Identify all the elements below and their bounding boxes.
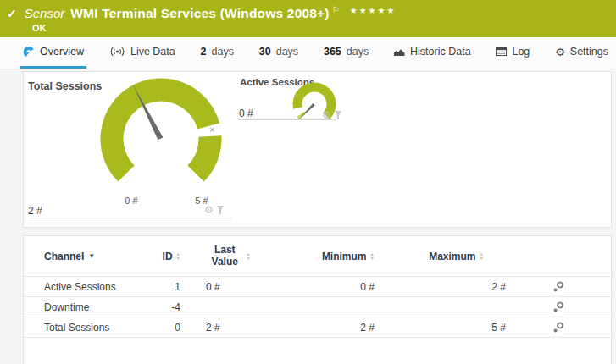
divider [28,218,231,218]
sort-icon: ▲▼ [480,252,484,260]
sort-caret-down-icon: ▼ [88,252,95,260]
channel-name[interactable]: Active Sessions [44,281,133,293]
channel-settings-icon[interactable] [552,301,564,313]
gauge-pin-marker-icon: ✕ [209,126,215,134]
column-header-id[interactable]: ID ▲▼ [133,251,180,262]
divider [240,119,336,120]
tab-historic-data-label: Historic Data [410,46,471,58]
flag-icon[interactable]: ⚐ [332,5,340,14]
channel-maximum: 5 # [375,322,506,334]
tab-log[interactable]: Log [493,37,532,69]
channel-name[interactable]: Total Sessions [44,322,133,334]
channel-minimum: 0 # [253,281,375,293]
channel-settings-icon[interactable] [552,322,564,334]
sort-icon: ▲▼ [246,252,250,260]
column-header-minimum[interactable]: Minimum ▲▼ [253,251,375,262]
table-row[interactable]: Downtime -4 [24,297,611,317]
channel-maximum: 2 # [375,281,506,293]
active-sessions-value: 0 # [239,108,253,119]
column-header-last-value[interactable]: Last Value ▲▼ [180,245,253,268]
sensor-header-bar: ✓ Sensor WMI Terminal Services (Windows … [0,0,616,37]
status-ok-check-icon: ✓ [7,7,17,20]
broadcast-icon [109,47,125,57]
tab-bar: Overview Live Data 2 days 30 days 365 da… [0,37,616,69]
channel-last-value: 0 # [180,281,253,293]
total-gauge-min-label: 0 # [119,196,144,206]
total-sessions-gauge [93,71,229,207]
table-row[interactable]: Active Sessions 1 0 # 0 # 2 # [24,277,611,297]
tab-historic-data[interactable]: Historic Data [391,37,474,69]
column-header-maximum[interactable]: Maximum ▲▼ [375,251,506,262]
tab-30-days-label: days [276,46,298,58]
channels-table-panel: Channel ▼ ID ▲▼ Last Value ▲▼ Minimum ▲▼ [23,235,612,364]
table-row[interactable]: Total Sessions 0 2 # 2 # 5 # [24,317,611,338]
gear-icon: ⚙ [555,47,565,58]
table-header-row: Channel ▼ ID ▲▼ Last Value ▲▼ Minimum ▲▼ [24,236,611,277]
tab-overview[interactable]: Overview [20,37,86,69]
tab-live-data[interactable]: Live Data [107,37,178,69]
sensor-title: WMI Terminal Services (Windows 2008+) [70,6,329,21]
sensor-kind-label: Sensor [25,6,65,20]
tab-365-days-number: 365 [324,46,341,58]
channel-gear-icon[interactable]: ⚙ [204,205,214,215]
tab-settings-label: Settings [570,46,608,58]
total-sessions-value: 2 # [28,205,42,217]
channel-id: 0 [133,322,180,334]
tab-2-days-number: 2 [201,46,207,58]
gauge-icon [23,46,35,58]
pin-icon[interactable] [335,111,341,120]
tab-30-days[interactable]: 30 days [257,37,301,69]
sensor-status-badge: OK [32,23,47,33]
tab-live-data-label: Live Data [130,46,175,58]
tab-365-days[interactable]: 365 days [321,37,371,69]
channel-settings-icon[interactable] [552,281,564,293]
channel-name[interactable]: Downtime [44,301,133,313]
channel-minimum: 2 # [253,322,375,334]
tab-2-days[interactable]: 2 days [198,37,236,69]
channel-id: 1 [133,281,180,293]
gauges-panel: Total Sessions ✕ 0 # 5 # 2 # ⚙ Active Se… [23,71,612,228]
tab-log-label: Log [512,46,530,58]
priority-stars[interactable]: ★★★★★ [350,6,397,15]
channel-last-value: 2 # [180,322,253,334]
pin-icon[interactable] [217,206,224,215]
column-header-channel[interactable]: Channel ▼ [44,251,133,262]
tab-settings[interactable]: ⚙ Settings [552,37,611,69]
total-sessions-gauge-title: Total Sessions [28,80,102,92]
tab-365-days-label: days [347,46,369,58]
tab-overview-label: Overview [40,46,84,58]
tab-2-days-label: days [212,46,234,58]
overview-content: Total Sessions ✕ 0 # 5 # 2 # ⚙ Active Se… [0,69,616,364]
tab-30-days-number: 30 [259,46,271,58]
log-list-icon [496,47,507,56]
area-chart-icon [394,47,405,57]
channel-id: -4 [133,301,180,313]
